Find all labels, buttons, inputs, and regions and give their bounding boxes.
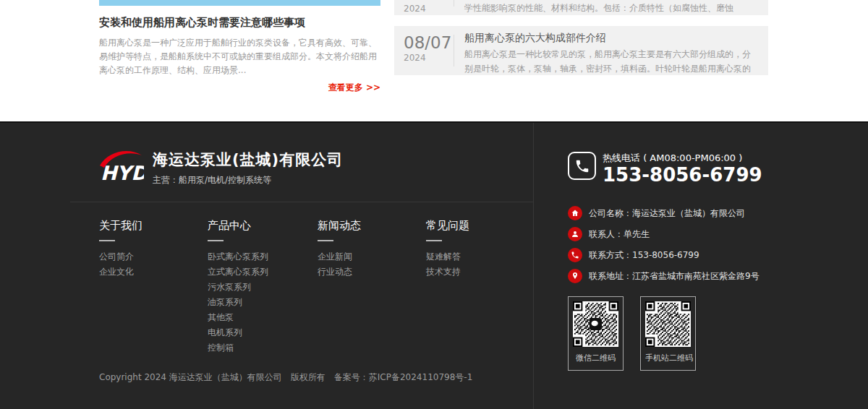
contact-row: 联系地址：江苏省盐城市南苑社区紫金路9号 — [568, 269, 760, 283]
nav-col-about: 关于我们 公司简介 企业文化 — [99, 219, 208, 358]
nav-item[interactable]: 立式离心泵系列 — [208, 267, 318, 276]
qr-label: 手机站二维码 — [645, 347, 691, 370]
news-excerpt: 学性能影响泵的性能、材料和结构。包括：介质特性（如腐蚀性、磨蚀性、... — [464, 1, 757, 15]
nav-item[interactable]: 公司简介 — [99, 252, 208, 261]
home-icon — [568, 206, 582, 220]
news-date: 2024 — [394, 0, 454, 15]
nav-underline — [318, 240, 333, 241]
contact-row: 公司名称：海运达泵业（盐城）有限公司 — [568, 206, 760, 220]
news-section: 安装和使用船用离心泵时需要注意哪些事项 船用离心泵是一种广泛应用于船舶行业的泵类… — [0, 0, 868, 121]
contact-row: 联系人：单先生 — [568, 227, 760, 241]
location-icon — [568, 269, 582, 283]
featured-article: 安装和使用船用离心泵时需要注意哪些事项 船用离心泵是一种广泛应用于船舶行业的泵类… — [99, 0, 380, 94]
wechat-qr-image — [573, 301, 618, 347]
read-more-link[interactable]: 查看更多 >> — [99, 82, 380, 94]
contact-text: 公司名称：海运达泵业（盐城）有限公司 — [589, 207, 745, 220]
news-excerpt: 船用离心泵是一种比较常见的泵，船用离心泵主要是有六大部分组成的，分别是叶轮，泵体… — [464, 47, 757, 75]
contact-row: 联系方式：153-8056-6799 — [568, 248, 760, 262]
person-icon — [568, 227, 582, 241]
qr-codes: 微信二维码 — [568, 296, 712, 371]
nav-item[interactable]: 技术支持 — [426, 267, 535, 276]
contact-text: 联系人：单先生 — [589, 228, 650, 241]
company-tagline: 主营：船用泵/电机/控制系统等 — [153, 174, 343, 186]
nav-title[interactable]: 常见问题 — [426, 219, 535, 233]
nav-item[interactable]: 电机系列 — [208, 328, 318, 337]
nav-col-news: 新闻动态 企业新闻 行业动态 — [318, 219, 426, 358]
nav-title[interactable]: 新闻动态 — [318, 219, 426, 233]
contact-text: 联系方式：153-8056-6799 — [589, 249, 699, 262]
nav-item[interactable]: 疑难解答 — [426, 252, 535, 261]
footer-nav: 关于我们 公司简介 企业文化 产品中心 卧式离心泵系列 立式离心泵系列 污水泵系… — [99, 219, 535, 358]
article-title[interactable]: 安装和使用船用离心泵时需要注意哪些事项 — [99, 16, 380, 30]
nav-col-faq: 常见问题 疑难解答 技术支持 — [426, 219, 535, 358]
nav-item[interactable]: 企业文化 — [99, 267, 208, 276]
company-name: 海运达泵业(盐城)有限公司 — [153, 150, 343, 170]
horizontal-divider — [70, 202, 533, 202]
news-content: 学性能影响泵的性能、材料和结构。包括：介质特性（如腐蚀性、磨蚀性、... — [454, 0, 768, 15]
footer-logo-block: HYD 海运达泵业(盐城)有限公司 主营：船用泵/电机/控制系统等 — [99, 149, 343, 186]
news-year: 2024 — [404, 4, 454, 14]
news-content: 船用离心泵的六大构成部件介绍 船用离心泵是一种比较常见的泵，船用离心泵主要是有六… — [454, 26, 768, 75]
nav-underline — [208, 240, 224, 241]
wechat-qr-box: 微信二维码 — [568, 296, 624, 371]
nav-col-products: 产品中心 卧式离心泵系列 立式离心泵系列 污水泵系列 油泵系列 其他泵 电机系列… — [208, 219, 318, 358]
nav-underline — [426, 240, 442, 241]
copyright-text: Copyright 2024 海运达泵业（盐城）有限公司 版权所有 备案号：苏I… — [99, 371, 472, 384]
contact-list: 公司名称：海运达泵业（盐城）有限公司 联系人：单先生 联系方式：153-8056… — [568, 206, 760, 290]
news-item[interactable]: 2024 学性能影响泵的性能、材料和结构。包括：介质特性（如腐蚀性、磨蚀性、..… — [394, 0, 768, 15]
svg-text:HYD: HYD — [101, 162, 144, 184]
news-date: 08/07 2024 — [394, 26, 454, 75]
news-title[interactable]: 船用离心泵的六大构成部件介绍 — [464, 32, 757, 45]
logo-text-block: 海运达泵业(盐城)有限公司 主营：船用泵/电机/控制系统等 — [153, 150, 343, 186]
accent-bar — [99, 0, 380, 6]
hotline-label: 热线电话 ( AM08:00-PM06:00 ) — [603, 152, 762, 165]
nav-title[interactable]: 产品中心 — [208, 219, 318, 233]
mobile-site-qr-image — [645, 301, 691, 347]
hotline-number: 153-8056-6799 — [603, 165, 762, 185]
page: 安装和使用船用离心泵时需要注意哪些事项 船用离心泵是一种广泛应用于船舶行业的泵类… — [0, 0, 868, 409]
news-list: 2024 学性能影响泵的性能、材料和结构。包括：介质特性（如腐蚀性、磨蚀性、..… — [394, 0, 768, 121]
hyd-logo-icon: HYD — [99, 149, 144, 186]
nav-title[interactable]: 关于我们 — [99, 219, 208, 233]
phone-receiver-icon — [568, 152, 596, 180]
phone-icon — [568, 248, 582, 262]
footer: HYD 海运达泵业(盐城)有限公司 主营：船用泵/电机/控制系统等 关于我们 公… — [0, 121, 868, 409]
hotline-text: 热线电话 ( AM08:00-PM06:00 ) 153-8056-6799 — [603, 152, 762, 185]
nav-underline — [99, 240, 115, 241]
nav-item[interactable]: 卧式离心泵系列 — [208, 252, 318, 261]
qr-label: 微信二维码 — [573, 347, 618, 370]
news-year: 2024 — [404, 53, 454, 63]
news-item[interactable]: 08/07 2024 船用离心泵的六大构成部件介绍 船用离心泵是一种比较常见的泵… — [394, 26, 768, 75]
wechat-logo-icon — [590, 318, 602, 330]
news-day: 08/07 — [404, 33, 454, 52]
article-excerpt: 船用离心泵是一种广泛应用于船舶行业的泵类设备，它具有高效、可靠、易维护等特点，是… — [99, 36, 380, 77]
nav-item[interactable]: 控制箱 — [208, 343, 318, 352]
nav-item[interactable]: 企业新闻 — [318, 252, 426, 261]
nav-item[interactable]: 行业动态 — [318, 267, 426, 276]
contact-text: 联系地址：江苏省盐城市南苑社区紫金路9号 — [589, 270, 760, 283]
nav-item[interactable]: 污水泵系列 — [208, 283, 318, 291]
hotline-block: 热线电话 ( AM08:00-PM06:00 ) 153-8056-6799 — [568, 152, 762, 185]
nav-item[interactable]: 其他泵 — [208, 313, 318, 322]
nav-item[interactable]: 油泵系列 — [208, 298, 318, 306]
mobile-site-qr-box: 手机站二维码 — [640, 296, 696, 371]
